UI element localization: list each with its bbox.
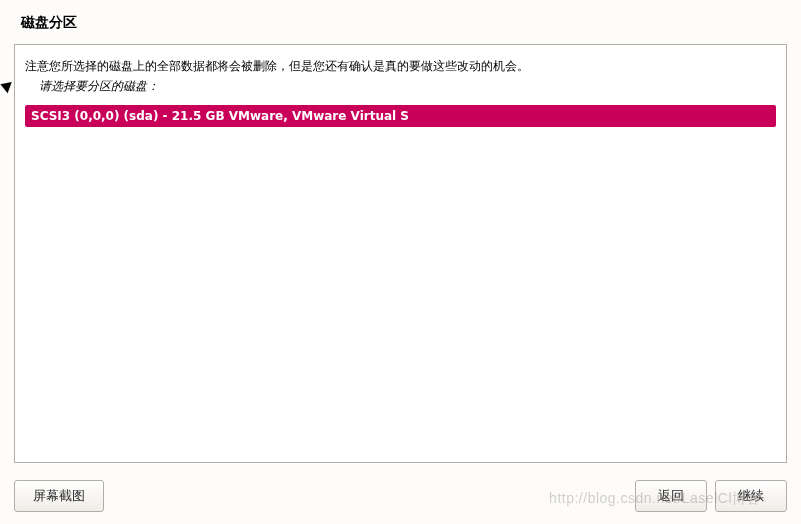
sub-instruction-text: 请选择要分区的磁盘： (39, 78, 776, 95)
partition-panel: 注意您所选择的磁盘上的全部数据都将会被删除，但是您还有确认是真的要做这些改动的机… (14, 44, 787, 463)
disk-list: SCSI3 (0,0,0) (sda) - 21.5 GB VMware, VM… (25, 105, 776, 127)
footer-left: 屏幕截图 (14, 480, 104, 512)
instruction-text: 注意您所选择的磁盘上的全部数据都将会被删除，但是您还有确认是真的要做这些改动的机… (25, 57, 776, 76)
cursor-artifact (0, 79, 12, 94)
page-title: 磁盘分区 (0, 0, 801, 44)
footer-right: 返回 继续 (635, 480, 787, 512)
back-button[interactable]: 返回 (635, 480, 707, 512)
screenshot-button[interactable]: 屏幕截图 (14, 480, 104, 512)
continue-button[interactable]: 继续 (715, 480, 787, 512)
footer-bar: 屏幕截图 返回 继续 (14, 480, 787, 512)
disk-item-selected[interactable]: SCSI3 (0,0,0) (sda) - 21.5 GB VMware, VM… (25, 105, 776, 127)
